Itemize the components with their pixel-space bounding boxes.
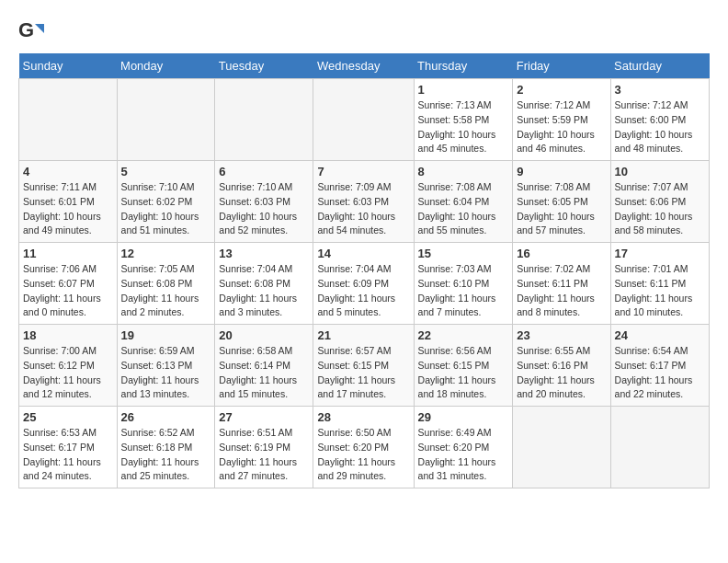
calendar-cell: 17Sunrise: 7:01 AMSunset: 6:11 PMDayligh…: [610, 243, 709, 325]
calendar-cell: 26Sunrise: 6:52 AMSunset: 6:18 PMDayligh…: [117, 407, 215, 488]
day-number: 9: [517, 165, 606, 178]
calendar-week-3: 11Sunrise: 7:06 AMSunset: 6:07 PMDayligh…: [19, 243, 710, 325]
day-info: Sunrise: 6:49 AMSunset: 6:20 PMDaylight:…: [418, 426, 509, 484]
day-number: 17: [615, 247, 705, 260]
day-number: 12: [121, 247, 211, 260]
calendar-cell: 5Sunrise: 7:10 AMSunset: 6:02 PMDaylight…: [117, 161, 215, 243]
day-number: 2: [517, 83, 606, 97]
day-number: 29: [418, 410, 509, 424]
day-number: 27: [219, 410, 309, 424]
calendar-cell: 1Sunrise: 7:13 AMSunset: 5:58 PMDaylight…: [414, 79, 513, 161]
day-number: 21: [317, 328, 409, 342]
day-number: 6: [219, 165, 309, 178]
day-number: 16: [517, 247, 606, 260]
day-number: 11: [23, 247, 113, 260]
calendar-cell: [117, 79, 215, 161]
day-info: Sunrise: 6:53 AMSunset: 6:17 PMDaylight:…: [23, 426, 113, 484]
calendar-cell: 9Sunrise: 7:08 AMSunset: 6:05 PMDaylight…: [513, 161, 610, 243]
header-friday: Friday: [513, 53, 610, 79]
day-info: Sunrise: 7:07 AMSunset: 6:06 PMDaylight:…: [615, 180, 705, 238]
day-number: 7: [317, 165, 409, 178]
day-info: Sunrise: 7:08 AMSunset: 6:05 PMDaylight:…: [517, 180, 606, 238]
calendar-week-1: 1Sunrise: 7:13 AMSunset: 5:58 PMDaylight…: [19, 79, 710, 161]
calendar-cell: 12Sunrise: 7:05 AMSunset: 6:08 PMDayligh…: [117, 243, 215, 325]
calendar-cell: 11Sunrise: 7:06 AMSunset: 6:07 PMDayligh…: [19, 243, 118, 325]
calendar-cell: 23Sunrise: 6:55 AMSunset: 6:16 PMDayligh…: [513, 325, 610, 407]
calendar-cell: 15Sunrise: 7:03 AMSunset: 6:10 PMDayligh…: [414, 243, 513, 325]
day-info: Sunrise: 6:51 AMSunset: 6:19 PMDaylight:…: [219, 426, 309, 484]
day-number: 20: [219, 328, 309, 342]
day-info: Sunrise: 7:10 AMSunset: 6:02 PMDaylight:…: [121, 180, 211, 238]
day-number: 24: [615, 328, 705, 342]
day-info: Sunrise: 6:56 AMSunset: 6:15 PMDaylight:…: [418, 344, 509, 402]
calendar-cell: [215, 79, 313, 161]
day-number: 4: [23, 165, 113, 178]
calendar-cell: 6Sunrise: 7:10 AMSunset: 6:03 PMDaylight…: [215, 161, 313, 243]
calendar-cell: 14Sunrise: 7:04 AMSunset: 6:09 PMDayligh…: [313, 243, 414, 325]
calendar-cell: 22Sunrise: 6:56 AMSunset: 6:15 PMDayligh…: [414, 325, 513, 407]
calendar-cell: 20Sunrise: 6:58 AMSunset: 6:14 PMDayligh…: [215, 325, 313, 407]
day-number: 8: [418, 165, 509, 178]
day-number: 3: [615, 83, 705, 97]
calendar-cell: 4Sunrise: 7:11 AMSunset: 6:01 PMDaylight…: [19, 161, 118, 243]
calendar-cell: 25Sunrise: 6:53 AMSunset: 6:17 PMDayligh…: [19, 407, 118, 488]
header-saturday: Saturday: [610, 53, 709, 79]
day-info: Sunrise: 7:10 AMSunset: 6:03 PMDaylight:…: [219, 180, 309, 238]
day-info: Sunrise: 7:01 AMSunset: 6:11 PMDaylight:…: [615, 262, 705, 320]
header: G: [18, 18, 710, 44]
calendar-cell: 3Sunrise: 7:12 AMSunset: 6:00 PMDaylight…: [610, 79, 709, 161]
day-number: 22: [418, 328, 509, 342]
header-thursday: Thursday: [414, 53, 513, 79]
day-info: Sunrise: 7:12 AMSunset: 6:00 PMDaylight:…: [615, 98, 705, 156]
day-info: Sunrise: 6:50 AMSunset: 6:20 PMDaylight:…: [317, 426, 409, 484]
day-info: Sunrise: 6:57 AMSunset: 6:15 PMDaylight:…: [317, 344, 409, 402]
header-monday: Monday: [117, 53, 215, 79]
calendar-cell: 21Sunrise: 6:57 AMSunset: 6:15 PMDayligh…: [313, 325, 414, 407]
calendar-cell: 13Sunrise: 7:04 AMSunset: 6:08 PMDayligh…: [215, 243, 313, 325]
day-info: Sunrise: 7:05 AMSunset: 6:08 PMDaylight:…: [121, 262, 211, 320]
day-info: Sunrise: 7:03 AMSunset: 6:10 PMDaylight:…: [418, 262, 509, 320]
calendar-cell: 27Sunrise: 6:51 AMSunset: 6:19 PMDayligh…: [215, 407, 313, 488]
day-info: Sunrise: 6:54 AMSunset: 6:17 PMDaylight:…: [615, 344, 705, 402]
day-info: Sunrise: 7:09 AMSunset: 6:03 PMDaylight:…: [317, 180, 409, 238]
calendar-cell: 8Sunrise: 7:08 AMSunset: 6:04 PMDaylight…: [414, 161, 513, 243]
day-number: 15: [418, 247, 509, 260]
calendar-cell: [513, 407, 610, 488]
header-wednesday: Wednesday: [313, 53, 414, 79]
calendar-cell: 10Sunrise: 7:07 AMSunset: 6:06 PMDayligh…: [610, 161, 709, 243]
svg-text:G: G: [18, 18, 34, 41]
day-info: Sunrise: 7:06 AMSunset: 6:07 PMDaylight:…: [23, 262, 113, 320]
day-number: 19: [121, 328, 211, 342]
calendar-cell: [313, 79, 414, 161]
day-info: Sunrise: 7:12 AMSunset: 5:59 PMDaylight:…: [517, 98, 606, 156]
logo: G: [18, 18, 48, 44]
day-number: 18: [23, 328, 113, 342]
day-number: 25: [23, 410, 113, 424]
day-number: 14: [317, 247, 409, 260]
calendar-cell: 28Sunrise: 6:50 AMSunset: 6:20 PMDayligh…: [313, 407, 414, 488]
day-info: Sunrise: 6:55 AMSunset: 6:16 PMDaylight:…: [517, 344, 606, 402]
calendar-cell: 24Sunrise: 6:54 AMSunset: 6:17 PMDayligh…: [610, 325, 709, 407]
day-info: Sunrise: 7:04 AMSunset: 6:09 PMDaylight:…: [317, 262, 409, 320]
calendar-cell: 18Sunrise: 7:00 AMSunset: 6:12 PMDayligh…: [19, 325, 118, 407]
day-info: Sunrise: 6:52 AMSunset: 6:18 PMDaylight:…: [121, 426, 211, 484]
day-number: 1: [418, 83, 509, 97]
day-info: Sunrise: 6:59 AMSunset: 6:13 PMDaylight:…: [121, 344, 211, 402]
svg-marker-1: [35, 24, 44, 33]
calendar-cell: 29Sunrise: 6:49 AMSunset: 6:20 PMDayligh…: [414, 407, 513, 488]
logo-icon: G: [18, 18, 44, 44]
day-info: Sunrise: 7:11 AMSunset: 6:01 PMDaylight:…: [23, 180, 113, 238]
calendar-week-5: 25Sunrise: 6:53 AMSunset: 6:17 PMDayligh…: [19, 407, 710, 488]
day-number: 23: [517, 328, 606, 342]
header-tuesday: Tuesday: [215, 53, 313, 79]
calendar-cell: 2Sunrise: 7:12 AMSunset: 5:59 PMDaylight…: [513, 79, 610, 161]
day-number: 10: [615, 165, 705, 178]
calendar-table: SundayMondayTuesdayWednesdayThursdayFrid…: [18, 53, 710, 488]
day-info: Sunrise: 7:00 AMSunset: 6:12 PMDaylight:…: [23, 344, 113, 402]
calendar-cell: 7Sunrise: 7:09 AMSunset: 6:03 PMDaylight…: [313, 161, 414, 243]
day-number: 28: [317, 410, 409, 424]
calendar-cell: 19Sunrise: 6:59 AMSunset: 6:13 PMDayligh…: [117, 325, 215, 407]
day-info: Sunrise: 7:02 AMSunset: 6:11 PMDaylight:…: [517, 262, 606, 320]
day-number: 5: [121, 165, 211, 178]
calendar-week-2: 4Sunrise: 7:11 AMSunset: 6:01 PMDaylight…: [19, 161, 710, 243]
